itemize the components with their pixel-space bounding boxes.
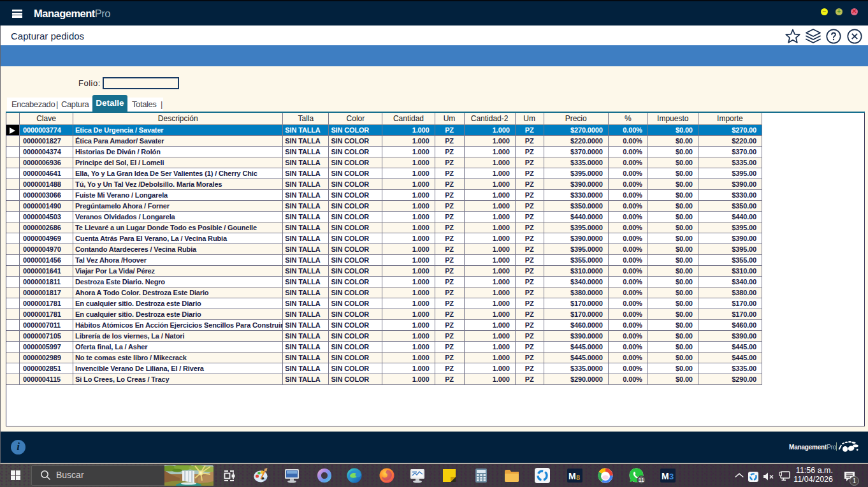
svg-text:M: M [568,471,576,481]
svg-text:8: 8 [576,473,580,482]
svg-text:M: M [662,471,669,481]
svg-text:11: 11 [639,477,644,483]
svg-text:3: 3 [669,472,674,481]
